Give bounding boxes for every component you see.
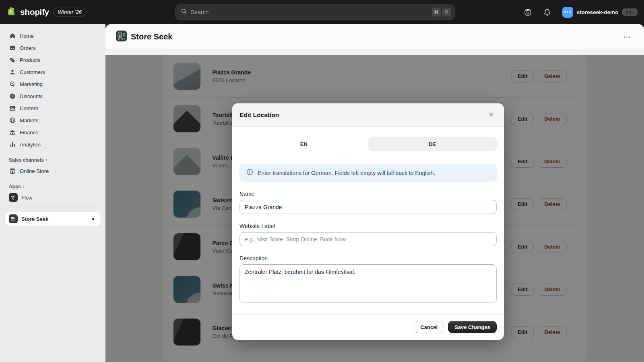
language-tabs: EN DE [239, 137, 497, 151]
sidebar-item-products[interactable]: Products [5, 54, 101, 66]
env-badge: dev [622, 8, 638, 16]
sidebar-section-sales-channels[interactable]: Sales channels › [5, 154, 101, 165]
name-label: Name [239, 191, 497, 197]
sidebar-item-home[interactable]: Home [5, 30, 101, 42]
info-icon [246, 168, 254, 177]
kbd-cmd-key: ⌘ [432, 8, 441, 16]
svg-text:S: S [9, 10, 12, 14]
info-banner: Enter translations for German. Fields le… [239, 164, 497, 182]
edit-location-modal: Edit Location × EN DE Enter translations… [232, 103, 504, 340]
sidebar-item-customers[interactable]: Customers [5, 66, 101, 78]
store-avatar: STO [562, 7, 573, 18]
sidebar-item-flow[interactable]: Flow [5, 191, 101, 204]
storefront-icon [9, 167, 16, 175]
banner-text: Enter translations for German. Fields le… [258, 170, 435, 176]
modal-body: EN DE Enter translations for German. Fie… [232, 127, 504, 315]
name-field-group: Name [239, 191, 497, 214]
shopify-bag-icon: S [6, 6, 17, 18]
sidebar-item-online-store[interactable]: Online Store [5, 165, 101, 177]
shopify-logo[interactable]: S shopify [6, 6, 49, 18]
more-actions-icon [623, 36, 631, 38]
sidebar-item-marketing[interactable]: Marketing [5, 78, 101, 90]
store-seek-page-icon [116, 31, 127, 43]
tab-de[interactable]: DE [368, 137, 497, 151]
svg-text:$: $ [13, 119, 14, 122]
tab-en[interactable]: EN [239, 137, 368, 151]
description-label: Description [239, 255, 497, 261]
sidebar-item-store-seek[interactable]: Store Seek [5, 212, 101, 226]
global-search[interactable]: ⌘ K [175, 4, 455, 20]
active-indicator-dot [92, 218, 94, 220]
name-input[interactable] [239, 200, 497, 214]
modal-footer: Cancel Save Changes [232, 315, 504, 340]
sidebar-item-analytics[interactable]: Analytics [5, 138, 101, 150]
discounts-icon [9, 93, 16, 100]
bell-icon [543, 8, 551, 16]
products-icon [9, 56, 16, 64]
chevron-right-icon: › [46, 157, 47, 163]
analytics-icon [9, 141, 16, 148]
sidebar-item-discounts[interactable]: Discounts [5, 90, 101, 102]
sidekick-icon [524, 8, 532, 16]
modal-header: Edit Location × [232, 103, 504, 127]
store-name: storeseek-demo [577, 9, 619, 15]
description-field-group: Description Zentraler Platz, berühmt für… [239, 255, 497, 304]
orders-icon [9, 44, 16, 51]
modal-title: Edit Location [239, 111, 279, 119]
kbd-k-key: K [442, 8, 451, 16]
flow-app-icon [9, 193, 18, 202]
cancel-button[interactable]: Cancel [414, 321, 444, 333]
description-textarea[interactable]: Zentraler Platz, berühmt für das Filmfes… [239, 264, 497, 303]
save-changes-button[interactable]: Save Changes [448, 321, 497, 333]
shopify-wordmark: shopify [20, 7, 49, 17]
website-label-label: Website Label [239, 223, 497, 229]
search-icon [180, 8, 188, 16]
page-title: Store Seek [131, 32, 172, 41]
store-seek-app-icon [9, 214, 18, 223]
website-label-input[interactable] [239, 232, 497, 246]
page-header: Store Seek [105, 24, 644, 50]
website-label-field-group: Website Label [239, 223, 497, 246]
marketing-icon [9, 80, 16, 88]
chevron-right-icon: › [23, 184, 25, 189]
finance-icon [9, 129, 16, 136]
home-icon [9, 32, 16, 39]
sidebar-divider [6, 208, 99, 208]
topbar: S shopify Winter '26 ⌘ K STO storeseek-d… [0, 0, 644, 24]
search-input[interactable] [191, 9, 430, 15]
sidekick-assistant-button[interactable] [521, 5, 535, 19]
close-icon[interactable]: × [485, 109, 497, 121]
notifications-button[interactable] [541, 5, 554, 19]
content-icon [9, 105, 16, 112]
sidebar: Home Orders Products Customers Marketing… [0, 24, 105, 362]
sidebar-item-markets[interactable]: $ Markets [5, 114, 101, 126]
sidebar-item-finance[interactable]: Finance [5, 126, 101, 138]
sidebar-item-content[interactable]: Content [5, 102, 101, 114]
sidebar-nav: Home Orders Products Customers Marketing… [5, 30, 101, 150]
sidebar-section-apps[interactable]: Apps › [5, 180, 101, 191]
more-actions-button[interactable] [621, 32, 634, 42]
customers-icon [9, 68, 16, 76]
version-badge: Winter '26 [53, 8, 87, 16]
sidebar-item-orders[interactable]: Orders [5, 42, 101, 54]
markets-icon: $ [9, 117, 16, 124]
account-menu[interactable]: STO storeseek-demo dev [562, 7, 638, 18]
